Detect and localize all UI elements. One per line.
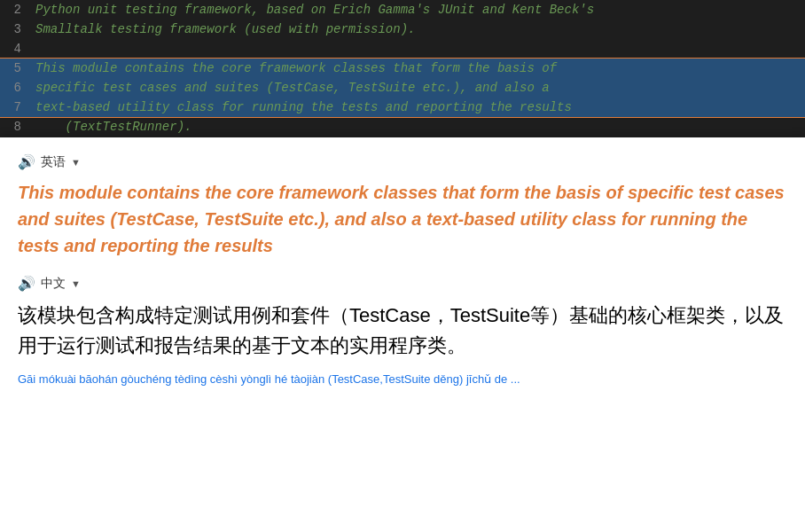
code-text-2: Python unit testing framework, based on … (35, 0, 594, 20)
line-number-5: 5 (0, 59, 35, 78)
translated-text: 该模块包含构成特定测试用例和套件（TestCase，TestSuite等）基础的… (18, 301, 787, 361)
code-text-5: This module contains the core framework … (35, 59, 557, 78)
source-lang-dropdown-icon: ▼ (71, 157, 81, 168)
line-number-6: 6 (0, 78, 35, 98)
target-lang-dropdown-icon: ▼ (71, 278, 81, 289)
tooltip-arrow (387, 153, 418, 171)
code-line-6: 6 specific test cases and suites (TestCa… (0, 78, 805, 98)
code-line-5: 5 This module contains the core framewor… (0, 59, 805, 78)
code-text-6: specific test cases and suites (TestCase… (35, 78, 550, 98)
code-line-8: 8 (TextTestRunner). (0, 117, 805, 137)
speaker-icon-target: 🔊 (18, 275, 35, 292)
line-number-4: 4 (0, 39, 35, 59)
line-number-2: 2 (0, 0, 35, 20)
source-text: This module contains the core framework … (18, 179, 787, 259)
code-text-8: (TextTestRunner). (35, 117, 191, 137)
code-text-7: text-based utility class for running the… (35, 98, 572, 117)
target-lang-header[interactable]: 🔊 中文 ▼ (18, 275, 787, 292)
romanization-text: Gāi mókuài bāohán gòuchéng tèdìng cèshì … (18, 372, 787, 387)
line-number-8: 8 (0, 117, 35, 137)
code-line-4: 4 (0, 39, 805, 59)
highlighted-lines: 5 This module contains the core framewor… (0, 59, 805, 117)
translation-popup: 🔊 英语 ▼ This module contains the core fra… (0, 137, 805, 532)
code-text-3: Smalltalk testing framework (used with p… (35, 20, 415, 39)
code-line-2: 2 Python unit testing framework, based o… (0, 0, 805, 20)
target-lang-label: 中文 (41, 276, 66, 292)
line-number-7: 7 (0, 98, 35, 117)
code-line-3: 3 Smalltalk testing framework (used with… (0, 20, 805, 39)
code-line-7: 7 text-based utility class for running t… (0, 98, 805, 117)
source-lang-label: 英语 (41, 154, 66, 170)
speaker-icon-source: 🔊 (18, 153, 35, 170)
line-number-3: 3 (0, 20, 35, 39)
code-editor: 2 Python unit testing framework, based o… (0, 0, 805, 155)
